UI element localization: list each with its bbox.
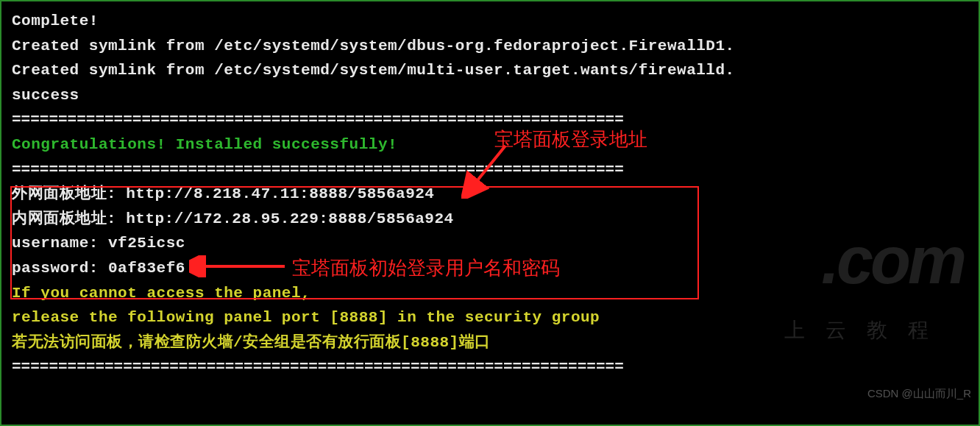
terminal-line-success: success — [12, 83, 968, 108]
separator-line-2: ========================================… — [12, 157, 968, 182]
watermark-tagline: 上云教程 — [784, 314, 949, 347]
watermark-attribution: CSDN @山山而川_R — [867, 385, 971, 402]
annotation-credentials: 宝塔面板初始登录用户名和密码 — [292, 253, 560, 284]
watermark-brand: .com — [821, 207, 964, 313]
separator-line-3: ========================================… — [12, 355, 968, 380]
terminal-line-congrats: Congratulations! Installed successfully! — [12, 132, 968, 157]
terminal-line-external-url: 外网面板地址: http://8.218.47.11:8888/5856a924 — [12, 182, 968, 207]
terminal-line-symlink1: Created symlink from /etc/systemd/system… — [12, 34, 968, 59]
separator-line-1: ========================================… — [12, 107, 968, 132]
annotation-login-url: 宝塔面板登录地址 — [494, 124, 647, 155]
terminal-line-complete: Complete! — [12, 9, 968, 34]
terminal-line-symlink2: Created symlink from /etc/systemd/system… — [12, 58, 968, 83]
